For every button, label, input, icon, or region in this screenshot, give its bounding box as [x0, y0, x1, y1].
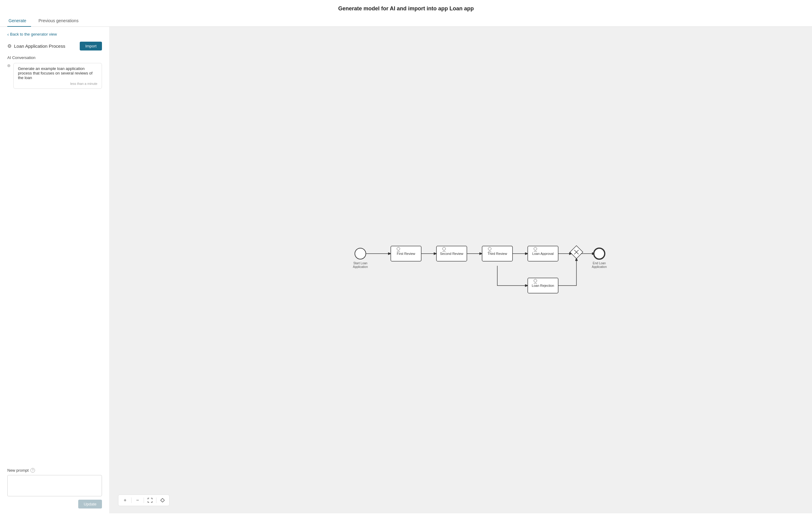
zoom-divider [131, 497, 132, 503]
conversation-item: Generate an example loan application pro… [7, 63, 102, 89]
back-link-label: Back to the generator view [10, 32, 57, 36]
new-prompt-textarea[interactable] [7, 475, 102, 496]
process-icon: ⚙ [7, 43, 11, 49]
conversation-message: Generate an example loan application pro… [18, 66, 97, 80]
update-button[interactable]: Update [78, 500, 102, 509]
fit-button[interactable] [146, 496, 154, 505]
loan-approval-label: Loan Approval [532, 252, 554, 255]
second-review-label: Second Review [440, 252, 463, 255]
tab-previous-generations[interactable]: Previous generations [37, 15, 83, 27]
import-button[interactable]: Import [80, 42, 102, 51]
loan-rejection-label: Loan Rejection [532, 284, 554, 287]
first-review-label: First Review [397, 252, 415, 255]
start-label: Start Loan [353, 262, 367, 265]
zoom-out-button[interactable]: − [133, 496, 142, 505]
content-area: ‹ Back to the generator view ⚙ Loan Appl… [0, 27, 812, 513]
bpmn-diagram: Start Loan Application First Review Seco… [338, 207, 611, 322]
new-prompt-label: New prompt ? [7, 468, 102, 473]
page-title: Generate model for AI and import into ap… [0, 0, 812, 15]
right-panel: Start Loan Application First Review Seco… [110, 27, 812, 513]
tab-generate[interactable]: Generate [7, 15, 31, 27]
diagram-container: Start Loan Application First Review Seco… [110, 27, 812, 513]
left-panel: ‹ Back to the generator view ⚙ Loan Appl… [0, 27, 110, 513]
back-to-generator-link[interactable]: ‹ Back to the generator view [7, 32, 102, 37]
conversation-bubble: Generate an example loan application pro… [13, 63, 102, 89]
start-event[interactable] [355, 248, 366, 259]
end-event[interactable] [594, 248, 605, 259]
zoom-divider3 [156, 497, 156, 503]
new-prompt-section: New prompt ? Update [7, 463, 102, 509]
end-label2: Application [592, 265, 607, 269]
tabs-bar: Generate Previous generations [0, 15, 812, 27]
conversation-dot [7, 64, 10, 67]
model-title: ⚙ Loan Application Process [7, 43, 65, 49]
new-prompt-text: New prompt [7, 468, 29, 473]
zoom-controls: + − [118, 494, 170, 506]
conversation-time: less than a minute [18, 82, 97, 86]
zoom-in-button[interactable]: + [121, 496, 129, 505]
help-icon[interactable]: ? [30, 468, 35, 473]
zoom-divider2 [144, 497, 144, 503]
ai-conversation-label: AI Conversation [7, 55, 102, 60]
end-label: End Loan [593, 262, 606, 265]
model-header: ⚙ Loan Application Process Import [7, 42, 102, 51]
center-button[interactable] [158, 496, 167, 505]
svg-point-13 [161, 499, 164, 502]
start-label2: Application [353, 265, 368, 269]
model-name: Loan Application Process [14, 43, 65, 49]
back-arrow-icon: ‹ [7, 32, 9, 37]
third-review-label: Third Review [488, 252, 507, 255]
